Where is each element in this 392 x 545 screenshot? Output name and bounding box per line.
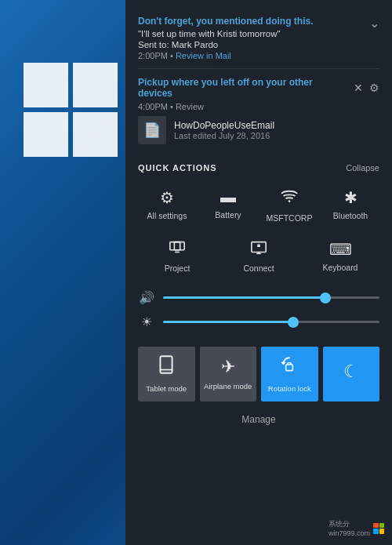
win-logo-pane-tl [24, 63, 68, 107]
qa-project[interactable]: Project [138, 234, 216, 278]
qa-msftcorp-label: MSFTCORP [267, 213, 313, 223]
brightness-slider-row: ☀ [138, 314, 379, 329]
volume-icon: 🔊 [138, 290, 155, 305]
gear-icon-2[interactable]: ⚙ [369, 82, 379, 94]
tile-tablet-mode[interactable]: Tablet mode [138, 347, 195, 401]
night-mode-icon: ☾ [343, 362, 359, 382]
watermark-text: 系统分win7999.com [328, 519, 370, 537]
quick-actions-section: QUICK ACTIONS Collapse ⚙ All settings ▬ … [125, 152, 392, 284]
qa-project-label: Project [165, 263, 191, 273]
win-logo-pane-tr [73, 63, 118, 107]
battery-icon: ▬ [220, 188, 236, 206]
notif-1-time: 2:00PM [138, 51, 168, 60]
qa-grid-row2: Project Connect ⌨ Keyboard [138, 234, 379, 278]
svg-rect-8 [161, 356, 172, 373]
brightness-track[interactable] [163, 321, 379, 323]
notif-1-meta: 2:00PM • Review in Mail [138, 51, 379, 60]
volume-track[interactable] [163, 296, 379, 299]
bottom-tiles-section: Tablet mode ✈ Airplane mode Rotation loc… [125, 347, 392, 401]
svg-rect-2 [174, 242, 184, 250]
qa-bluetooth-label: Bluetooth [333, 211, 368, 220]
tile-night-mode[interactable]: ☾ [323, 347, 380, 401]
watermark-logo [373, 523, 384, 534]
action-center-panel: ⌄ Don't forget, you mentioned doing this… [125, 0, 392, 545]
manage-link[interactable]: Manage [241, 414, 275, 425]
qa-title: QUICK ACTIONS [138, 163, 217, 173]
notif-2-file-row: 📄 HowDoPeopleUseEmail Last edited July 2… [138, 116, 379, 144]
svg-rect-10 [286, 365, 293, 371]
svg-rect-7 [257, 244, 260, 247]
qa-all-settings[interactable]: ⚙ All settings [138, 182, 196, 227]
manage-bar: Manage [125, 408, 392, 431]
notification-card-2: Pickup where you left off on your other … [138, 69, 379, 152]
rotation-lock-icon [279, 354, 299, 380]
file-icon: 📄 [138, 116, 166, 144]
notif-1-body: "I'll set up time with Kristi tomorrow" [138, 29, 379, 38]
volume-slider-row: 🔊 [138, 290, 379, 305]
notif-1-title: Don't forget, you mentioned doing this. [138, 16, 379, 27]
dismiss-button-1[interactable]: ⌄ [369, 16, 379, 31]
notification-card-1: ⌄ Don't forget, you mentioned doing this… [138, 8, 379, 69]
qa-all-settings-label: All settings [147, 211, 187, 220]
keyboard-icon: ⌨ [329, 240, 352, 259]
brightness-thumb[interactable] [288, 317, 299, 328]
tablet-mode-icon [156, 354, 176, 380]
qa-header: QUICK ACTIONS Collapse [138, 163, 379, 173]
wm-pane-red [373, 523, 379, 529]
qa-bluetooth[interactable]: ✱ Bluetooth [321, 182, 379, 227]
svg-rect-1 [170, 242, 180, 250]
notif-2-title: Pickup where you left off on your other … [138, 77, 354, 99]
file-name: HowDoPeopleUseEmail [174, 120, 274, 131]
qa-keyboard[interactable]: ⌨ Keyboard [301, 234, 379, 278]
qa-connect[interactable]: Connect [220, 234, 298, 278]
settings-icon: ⚙ [160, 188, 174, 207]
notif-1-sep: • [170, 51, 173, 60]
qa-msftcorp[interactable]: MSFTCORP [260, 182, 318, 227]
brightness-fill [163, 321, 293, 323]
qa-keyboard-label: Keyboard [323, 263, 358, 272]
qa-connect-label: Connect [243, 263, 274, 273]
notification-area: ⌄ Don't forget, you mentioned doing this… [125, 0, 392, 152]
windows-logo [24, 63, 118, 157]
wifi-icon [281, 188, 298, 209]
watermark: 系统分win7999.com [328, 519, 384, 537]
connect-icon [250, 240, 267, 260]
win-logo-pane-bl [24, 112, 68, 157]
tile-rotation-lock-label: Rotation lock [268, 384, 311, 393]
tiles-grid: Tablet mode ✈ Airplane mode Rotation loc… [138, 347, 379, 401]
svg-point-0 [289, 200, 291, 202]
tile-tablet-mode-label: Tablet mode [146, 384, 187, 393]
collapse-button[interactable]: Collapse [346, 163, 379, 173]
qa-battery-label: Battery [215, 210, 241, 220]
volume-fill [163, 296, 325, 299]
airplane-icon: ✈ [221, 357, 235, 377]
bluetooth-icon: ✱ [344, 188, 358, 207]
file-date: Last edited July 28, 2016 [174, 131, 274, 140]
tile-rotation-lock[interactable]: Rotation lock [261, 347, 318, 401]
qa-grid-row1: ⚙ All settings ▬ Battery MSFTCORP [138, 182, 379, 227]
wm-pane-yellow [379, 529, 385, 534]
wm-pane-blue [373, 529, 379, 534]
file-info: HowDoPeopleUseEmail Last edited July 28,… [174, 120, 274, 140]
volume-thumb[interactable] [320, 292, 331, 303]
tile-airplane-mode[interactable]: ✈ Airplane mode [200, 347, 257, 401]
notif-1-sent: Sent to: Mark Pardo [138, 40, 379, 49]
notif-1-review-link[interactable]: Review in Mail [176, 51, 231, 60]
brightness-icon: ☀ [138, 314, 155, 329]
project-icon [169, 240, 186, 260]
sliders-section: 🔊 ☀ [125, 284, 392, 347]
win-logo-pane-br [73, 112, 118, 157]
notif-2-time: 4:00PM • Review [138, 102, 379, 111]
wm-pane-green [379, 523, 385, 529]
tile-airplane-mode-label: Airplane mode [204, 382, 252, 391]
close-icon-2[interactable]: ✕ [354, 82, 363, 94]
qa-battery[interactable]: ▬ Battery [199, 182, 257, 227]
